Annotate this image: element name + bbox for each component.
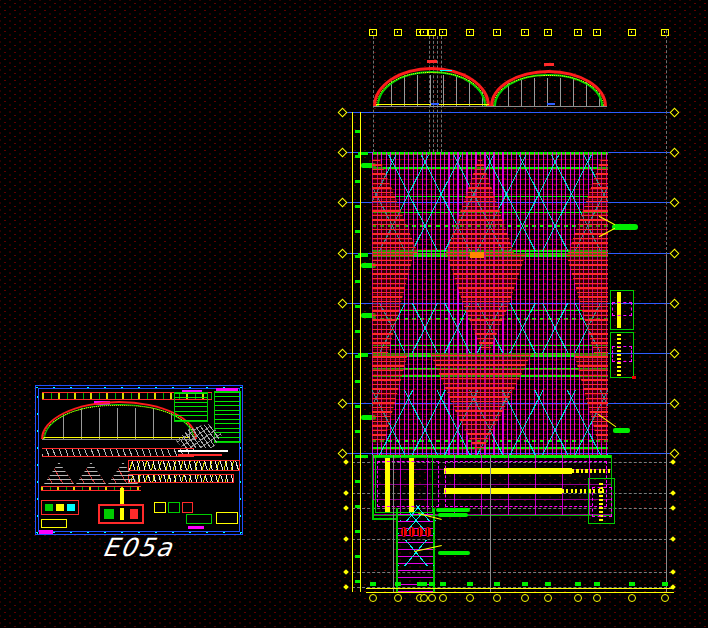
grid-bubble[interactable] [521,29,529,36]
sheet-border-ticks-left [37,386,38,534]
side-appendage[interactable] [608,288,638,392]
magenta-chip [188,526,204,529]
dim-line-outer [352,112,353,592]
bottom-green-tick [429,582,435,586]
appendage-red-tick [632,376,636,379]
detail-truss-mid[interactable] [42,448,194,457]
bottom-green-tick [467,582,473,586]
level-marker-right [670,198,680,208]
detail-small-box-2[interactable] [41,519,67,528]
aux-marker-right [670,459,676,465]
level-marker-right [670,399,680,409]
detail-base-inner2 [130,509,138,519]
detail-gusset-node[interactable] [44,462,74,488]
aux-marker-right [670,505,676,511]
magenta-chip [39,530,53,534]
drawing-canvas[interactable]: E05a [0,0,708,628]
grid-bubble[interactable] [661,29,669,36]
arch-tick-blue-right [547,103,555,105]
shaft-bolt [409,527,415,537]
white-bar [178,450,228,452]
grid-bubble[interactable] [544,29,552,36]
arch-chord-yellow [493,75,604,106]
detail-truss-zigzag-b[interactable] [128,474,234,483]
detail-bottom-mid[interactable] [154,500,192,514]
sheet-label[interactable]: E05a [100,533,176,562]
grid-bubble[interactable] [593,29,601,36]
bottom-green-tick [395,582,401,586]
grid-bubble[interactable] [439,29,447,36]
dim-line-inner [360,112,361,592]
roof-arch-right[interactable] [490,70,607,106]
detail-bottom-right[interactable] [186,514,212,524]
grid-bubble[interactable] [493,29,501,36]
level-marker-right [670,148,680,158]
appendage-dash-lower [612,346,632,362]
grid-bubble[interactable] [394,29,402,36]
grid-bubble[interactable] [466,29,474,36]
sheet-border-ticks-top [36,387,242,388]
detail-schedule-small[interactable] [174,392,208,422]
arch-chord-yellow [43,405,195,439]
bottom-green-tick [594,582,600,586]
arch-baseline-gray [373,106,607,107]
shaft-brace-mid [398,540,434,566]
arch-chord-yellow [376,72,487,106]
aux-marker-right [670,490,676,496]
level-line[interactable] [345,112,676,113]
bottom-green-tick [421,582,427,586]
deck-right-box[interactable] [588,478,615,524]
bottom-green-tick [629,582,635,586]
roof-arch-left[interactable] [373,67,490,106]
bottom-green-tick [522,582,528,586]
annotation-pill-1[interactable] [612,224,638,230]
chip [168,502,180,513]
gray-column-right-solid [666,255,667,592]
chip [154,502,166,513]
detail-base-inner [104,509,114,519]
shaft-annotation-1[interactable] [438,513,468,517]
shaft-bolt [417,527,423,537]
arch-cyan-mark [440,70,452,71]
detail-bottom-right2[interactable] [216,512,238,524]
deck-dash-panel-2 [445,461,607,507]
level-marker-right [670,349,680,359]
aux-marker-right [670,569,676,575]
detail-truss-zigzag-a[interactable] [128,460,240,471]
annotation-pill-2[interactable] [613,428,630,433]
sheet-thumbnail[interactable] [35,385,243,535]
level-marker-right [670,299,680,309]
chip [45,504,53,511]
arch-peak-mark-left [427,60,437,63]
shaft-annotation-2[interactable] [438,551,470,555]
grid-bubble[interactable] [369,29,377,36]
deck-right-dash [592,487,612,517]
chip [67,504,75,511]
gray-column-a [393,455,394,592]
chip [182,502,193,513]
arch-tick-blue-left [431,103,439,105]
bottom-line-lower [366,592,674,593]
detail-small-box-1[interactable] [41,500,79,515]
bottom-green-tick [575,582,581,586]
detail-gusset-node[interactable] [76,462,106,488]
detail-base-post [120,508,124,520]
grid-bubble[interactable] [628,29,636,36]
detail-base-box[interactable] [98,504,144,524]
grid-bubble[interactable] [574,29,582,36]
truss-lattice[interactable] [372,152,608,455]
grid-bubble[interactable] [428,29,436,36]
bottom-line-upper [366,588,674,589]
appendage-dash-upper [612,302,632,316]
gray-column-right-dashed [666,30,667,255]
bottom-grid-line[interactable] [366,583,674,601]
detail-arch-base [42,439,196,440]
gray-column-b [490,455,491,592]
grid-bubble[interactable] [420,29,428,36]
bottom-green-tick [494,582,500,586]
chip [56,504,64,511]
bottom-green-tick [662,582,668,586]
arch-peak-mark-right [544,63,554,66]
level-marker-right [670,449,680,459]
detail-arch-base-yellow [44,437,190,438]
